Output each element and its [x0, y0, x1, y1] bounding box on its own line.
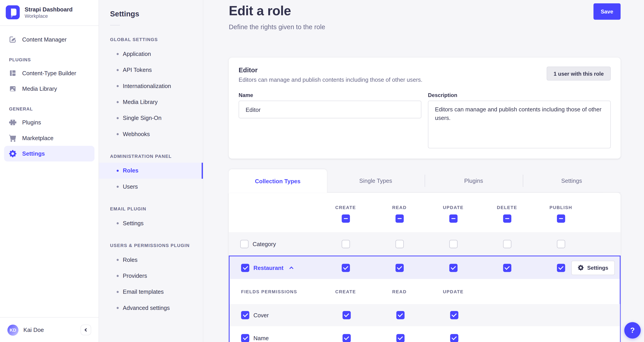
save-button[interactable]: Save — [593, 3, 620, 20]
checkbox-cover-all[interactable] — [241, 311, 250, 319]
role-card-header: Editor Editors can manage and publish co… — [238, 67, 611, 83]
divider — [110, 25, 120, 26]
subnav-item-email-templates[interactable]: Email templates — [99, 284, 203, 300]
checkbox-restaurant-create[interactable] — [342, 264, 350, 272]
chevron-up-icon[interactable] — [289, 266, 294, 271]
help-button[interactable]: ? — [624, 322, 641, 338]
field-row-cover: Cover — [230, 304, 620, 326]
description-textarea[interactable]: Editors can manage and publish contents … — [428, 101, 611, 148]
tab-single-types[interactable]: Single Types — [327, 169, 425, 193]
checkbox-restaurant-all[interactable] — [241, 264, 250, 272]
cell-delete — [480, 240, 534, 248]
subnav-section-users-permissions-plugin: USERS & PERMISSIONS PLUGIN Roles Provide… — [99, 243, 203, 316]
checkbox-select-all-create[interactable] — [342, 214, 350, 223]
subnav-section-label: USERS & PERMISSIONS PLUGIN — [110, 243, 192, 248]
checkbox-cover-update[interactable] — [450, 311, 458, 319]
settings-button-label: Settings — [587, 264, 608, 271]
description-field-label: Description — [428, 92, 611, 98]
nav-item-plugins[interactable]: Plugins — [4, 115, 94, 130]
checkbox-restaurant-read[interactable] — [395, 264, 404, 272]
tab-settings[interactable]: Settings — [522, 169, 620, 193]
nav-item-label: Media Library — [22, 86, 57, 92]
checkbox-name-create[interactable] — [342, 334, 350, 342]
tab-collection-types[interactable]: Collection Types — [229, 169, 326, 193]
workspace-switcher[interactable]: Strapi Dashboard Workplace — [0, 0, 98, 25]
page-header: Edit a role Define the rights given to t… — [229, 0, 621, 31]
subnav-item-single-sign-on[interactable]: Single Sign-On — [99, 110, 203, 126]
cell-read — [373, 334, 427, 342]
nav-item-content-type-builder[interactable]: Content-Type Builder — [4, 65, 94, 81]
feather-pen-icon — [9, 36, 16, 43]
main-nav-list: Content Manager PLUGINS Content-Type Bui… — [0, 26, 98, 317]
permissions-header-row: CREATE READ UPDATE DELETE — [229, 193, 621, 232]
permissions-panel: CREATE READ UPDATE DELETE — [229, 193, 621, 342]
checkbox-category-update[interactable] — [449, 240, 458, 248]
role-card-titles: Editor Editors can manage and publish co… — [238, 67, 422, 83]
checkbox-select-all-publish[interactable] — [557, 214, 565, 223]
role-description-subtitle: Editors can manage and publish contents … — [238, 76, 422, 83]
column-label: UPDATE — [443, 205, 464, 210]
tab-plugins[interactable]: Plugins — [425, 169, 522, 193]
checkbox-category-publish[interactable] — [557, 240, 565, 248]
subnav-item-users[interactable]: Users — [99, 179, 203, 195]
checkbox-cover-create[interactable] — [342, 311, 350, 319]
subnav-item-media-library[interactable]: Media Library — [99, 94, 203, 110]
name-input[interactable] — [238, 101, 421, 118]
nav-item-label: Content-Type Builder — [22, 70, 76, 76]
checkbox-cover-read[interactable] — [396, 311, 404, 319]
chevron-left-icon — [84, 328, 88, 332]
checkbox-name-read[interactable] — [396, 334, 404, 342]
avatar[interactable]: KD — [8, 324, 18, 335]
checkbox-category-all[interactable] — [240, 240, 248, 248]
layout-icon — [9, 69, 16, 77]
sidebar-collapse-button[interactable] — [80, 324, 91, 335]
checkbox-category-read[interactable] — [395, 240, 404, 248]
puzzle-icon — [9, 119, 16, 126]
restaurant-settings-button[interactable]: Settings — [571, 260, 615, 275]
cell-read — [373, 311, 427, 319]
subnav-item-internationalization[interactable]: Internationalization — [99, 78, 203, 94]
subnav-item-roles-up[interactable]: Roles — [99, 252, 203, 268]
row-label[interactable]: Restaurant — [254, 264, 284, 271]
checkbox-name-update[interactable] — [450, 334, 458, 342]
checkbox-select-all-update[interactable] — [449, 214, 458, 223]
nav-item-marketplace[interactable]: Marketplace — [4, 130, 94, 146]
name-field-group: Name — [238, 92, 421, 150]
role-form: Name Description Editors can manage and … — [238, 92, 611, 150]
row-label: Cover — [254, 312, 269, 318]
checkbox-name-all[interactable] — [241, 334, 250, 342]
users-with-role-button[interactable]: 1 user with this role — [546, 67, 611, 80]
cell-create — [319, 264, 372, 272]
brand-text: Strapi Dashboard Workplace — [25, 6, 73, 19]
subnav-item-webhooks[interactable]: Webhooks — [99, 126, 203, 142]
subnav-item-api-tokens[interactable]: API Tokens — [99, 62, 203, 78]
checkbox-restaurant-delete[interactable] — [503, 264, 511, 272]
fields-column-update: UPDATE — [426, 289, 480, 294]
nav-item-media-library[interactable]: Media Library — [4, 81, 94, 97]
subnav-item-application[interactable]: Application — [99, 46, 203, 62]
nav-item-settings[interactable]: Settings — [4, 146, 94, 162]
subnav-item-email-settings[interactable]: Settings — [99, 215, 203, 231]
checkbox-category-create[interactable] — [342, 240, 350, 248]
subnav-item-roles-admin[interactable]: Roles — [99, 163, 203, 179]
subnav-title: Settings — [110, 10, 192, 19]
main-sidebar: Strapi Dashboard Workplace Content Manag… — [0, 0, 99, 342]
strapi-logo-icon — [6, 6, 20, 19]
checkbox-restaurant-update[interactable] — [449, 264, 458, 272]
checkbox-select-all-delete[interactable] — [503, 214, 511, 223]
checkbox-category-delete[interactable] — [503, 240, 511, 248]
permission-row-restaurant: Restaurant Settings — [230, 256, 620, 279]
row-label[interactable]: Category — [252, 240, 276, 247]
permissions-tabs: Collection Types Single Types Plugins Se… — [229, 169, 621, 193]
workspace-name: Workplace — [25, 13, 73, 19]
cell-read — [372, 240, 426, 248]
checkbox-restaurant-publish[interactable] — [557, 264, 565, 272]
settings-subnav: Settings GLOBAL SETTINGS Application API… — [99, 0, 203, 342]
subnav-item-advanced-settings[interactable]: Advanced settings — [99, 300, 203, 316]
nav-item-content-manager[interactable]: Content Manager — [4, 32, 94, 47]
cell-create — [320, 334, 374, 342]
subnav-item-providers[interactable]: Providers — [99, 268, 203, 284]
nav-item-label: Settings — [22, 150, 45, 157]
checkbox-select-all-read[interactable] — [395, 214, 404, 223]
column-delete: DELETE — [480, 193, 534, 232]
